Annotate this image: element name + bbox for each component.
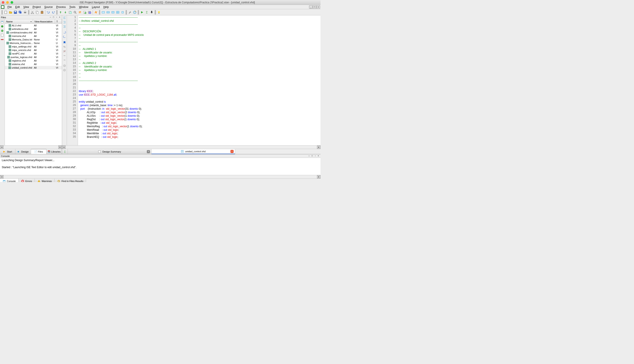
sigma-button[interactable]: Σ: [144, 10, 149, 15]
code-line[interactable]: MemtoReg : out std_logic_vector(1 downto…: [79, 125, 320, 128]
menu-project[interactable]: Project: [31, 5, 43, 9]
toolbar-grip[interactable]: [56, 10, 58, 14]
comment-icon[interactable]: %: [63, 45, 67, 49]
toolbar-grip[interactable]: [138, 10, 139, 14]
code-line[interactable]: --: [79, 58, 320, 62]
toggle-item-button[interactable]: [115, 10, 120, 15]
panel-max-icon[interactable]: ▫: [55, 16, 58, 19]
panel-close-icon[interactable]: ×: [58, 16, 61, 19]
menu-process[interactable]: Process: [54, 5, 67, 9]
code-line[interactable]: --: [79, 44, 320, 48]
code-line[interactable]: ALUSrc : out std_logic_vector(1 downto 0…: [79, 114, 320, 118]
column-header-type[interactable]: T: [55, 19, 62, 24]
panel-close-icon[interactable]: ×: [317, 155, 320, 158]
bookmark-icon[interactable]: [63, 40, 67, 44]
menu-view[interactable]: View: [22, 5, 31, 9]
uncomment-icon[interactable]: %: [63, 49, 67, 53]
panel-nav-icon[interactable]: ↔: [49, 16, 52, 19]
panel-restore-icon[interactable]: □: [311, 155, 313, 158]
scroll-right-icon[interactable]: ▸: [317, 175, 321, 178]
down-arrow-button[interactable]: [63, 10, 68, 15]
panel-max-icon[interactable]: ▫: [314, 155, 317, 158]
code-line[interactable]: MemWrite : out std_logic;: [79, 132, 320, 136]
paste-button[interactable]: [40, 10, 45, 15]
console-output[interactable]: Launching Design Summary/Report Viewer..…: [0, 158, 321, 175]
mdi-close-icon[interactable]: ×: [317, 6, 320, 8]
nav-back-icon[interactable]: [63, 64, 67, 68]
untab-icon[interactable]: [63, 58, 67, 62]
settings-button[interactable]: [87, 10, 92, 15]
code-line[interactable]: RegWrite : out std_logic;: [79, 121, 320, 125]
menu-help[interactable]: Help: [101, 5, 111, 9]
scroll-right-icon[interactable]: ▸: [58, 146, 62, 149]
toggle-item-button[interactable]: [101, 10, 106, 15]
save-all-button[interactable]: [18, 10, 23, 15]
menu-window[interactable]: Window: [77, 5, 90, 9]
toolbar-grip[interactable]: [2, 10, 3, 14]
menu-file[interactable]: File: [6, 5, 14, 9]
scroll-track[interactable]: [66, 146, 317, 149]
filter-icon[interactable]: [1, 20, 4, 24]
toggle-item-button[interactable]: [106, 10, 111, 15]
run-button[interactable]: [140, 10, 144, 15]
close-window-icon[interactable]: [2, 1, 5, 4]
code-line[interactable]: library IEEE;: [79, 90, 320, 93]
circle-arrow-icon[interactable]: [1, 29, 4, 32]
menu-layout[interactable]: Layout: [90, 5, 101, 9]
menu-tools[interactable]: Tools: [68, 5, 77, 9]
code-line[interactable]: generic (retardo_base: time := 1 ns);: [79, 104, 320, 107]
code-line[interactable]: --: [79, 37, 320, 40]
toggle-item-button[interactable]: [111, 10, 115, 15]
code-line[interactable]: ----------------------------------------…: [79, 23, 320, 26]
code-line[interactable]: ----------------------------------------…: [79, 16, 320, 19]
code-content[interactable]: ----------------------------------------…: [78, 16, 321, 145]
highlight-button[interactable]: [94, 10, 98, 15]
file-row[interactable]: mips_settings.vhdAllVI: [5, 45, 62, 48]
close-tab-icon[interactable]: ×: [231, 150, 234, 153]
minimize-window-icon[interactable]: [6, 1, 9, 4]
tab-files[interactable]: 📄Files: [31, 149, 47, 154]
toolbar-grip[interactable]: [28, 10, 29, 14]
find-button[interactable]: [73, 10, 78, 15]
code-line[interactable]: [79, 86, 320, 90]
bottom-tab-errors[interactable]: Errors: [19, 179, 35, 182]
replace-button[interactable]: [78, 10, 82, 15]
indent-right-icon[interactable]: [63, 20, 67, 24]
code-line[interactable]: ALUOp : out std_logic_vector(2 downto 0)…: [79, 111, 320, 114]
document-icon[interactable]: [1, 34, 4, 37]
tab-design[interactable]: ◆Design: [16, 149, 31, 154]
tab-icon[interactable]: [63, 54, 67, 58]
copy-button[interactable]: [35, 10, 40, 15]
code-line[interactable]: -- Apellidos y nombre:: [79, 68, 320, 72]
file-row[interactable]: combinacionales.vhdAllVI: [5, 31, 62, 34]
undo-icon[interactable]: [63, 30, 67, 34]
code-line[interactable]: --: [79, 26, 320, 30]
code-line[interactable]: -- ALUMNO 1: [79, 48, 320, 51]
scroll-right-icon[interactable]: ▸: [317, 146, 321, 149]
file-row[interactable]: nextPC.vhdAllVI: [5, 52, 62, 56]
print-button[interactable]: [23, 10, 28, 15]
nav-fwd-icon[interactable]: [63, 68, 67, 72]
toggle-item-button[interactable]: [120, 10, 125, 15]
scroll-track[interactable]: [4, 146, 58, 149]
file-row[interactable]: Memoria_Datos.txtNoneU: [5, 38, 62, 41]
code-line[interactable]: RegDst : out std_logic_vector(1 downto 0…: [79, 118, 320, 121]
panel-restore-icon[interactable]: □: [52, 16, 55, 19]
menu-edit[interactable]: Edit: [14, 5, 22, 9]
bottom-tab-find-in-files-results[interactable]: Find in Files Results: [55, 179, 86, 182]
redo-button[interactable]: [51, 10, 56, 15]
code-line[interactable]: -- ALUMNO 2: [79, 62, 320, 65]
code-line[interactable]: [79, 97, 320, 100]
toolbar-grip[interactable]: [155, 10, 156, 14]
tab-start[interactable]: ▶Start: [0, 149, 16, 154]
circle-icon[interactable]: [1, 24, 4, 28]
file-row[interactable]: sistema.vhdAllVI: [5, 62, 62, 66]
editor-tab[interactable]: unidad_control.vhd×: [151, 149, 235, 154]
code-line[interactable]: ----------------------------------------…: [79, 40, 320, 44]
menu-source[interactable]: Source: [43, 5, 54, 9]
code-line[interactable]: BranchEQ : out std_logic;: [79, 136, 320, 139]
code-line[interactable]: MemRead : out std_logic;: [79, 128, 320, 132]
code-line[interactable]: -- Archivo: unidad_control.vhd: [79, 19, 320, 23]
up-arrow-button[interactable]: [58, 10, 63, 15]
cut-button[interactable]: [30, 10, 35, 15]
